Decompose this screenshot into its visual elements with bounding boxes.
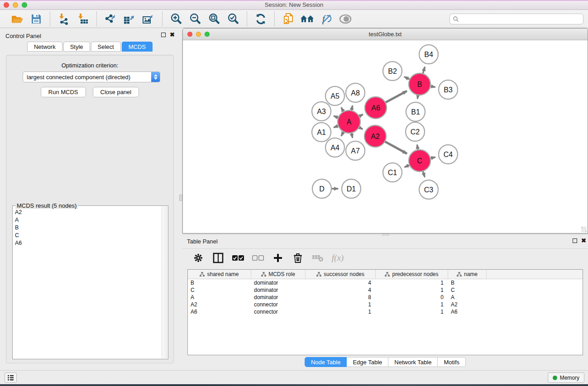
tab-network-table[interactable]: Network Table — [388, 357, 438, 367]
table-row[interactable]: Adominator80A — [188, 294, 583, 301]
column-header-predecessor-nodes[interactable]: predecessor nodes — [376, 270, 448, 279]
result-scrollbar[interactable] — [162, 206, 167, 358]
table-cell: 1 — [376, 279, 448, 286]
memory-button[interactable]: Memory — [548, 372, 584, 383]
result-item[interactable]: A2 — [13, 209, 162, 216]
import-network-button[interactable] — [56, 12, 72, 26]
graph-node-A3[interactable]: A3 — [312, 102, 331, 121]
graph-node-A1[interactable]: A1 — [312, 123, 331, 142]
table-cell: 1 — [376, 301, 448, 308]
graph-node-B[interactable]: B — [409, 73, 430, 95]
mcds-result-list[interactable]: A2ABCA6 — [13, 209, 162, 358]
graph-node-A7[interactable]: A7 — [346, 141, 365, 160]
float-panel-icon[interactable] — [161, 33, 166, 37]
control-panel-title: Control Panel — [5, 33, 41, 39]
network-canvas[interactable]: B4B2BB3A8A5A6A3B1AA1C2A2A4A7C4CC1DD1C3 — [183, 40, 588, 233]
graph-node-label: B — [417, 81, 422, 88]
table-cell: 1 — [306, 301, 376, 308]
float-table-panel-icon[interactable] — [573, 238, 577, 243]
select-all-checks-button[interactable] — [231, 251, 245, 265]
graph-edge-A6-B[interactable] — [384, 91, 406, 103]
graph-node-B4[interactable]: B4 — [419, 45, 438, 64]
splitter-handle-vertical[interactable] — [179, 195, 182, 201]
delete-table-button[interactable] — [311, 251, 325, 265]
graph-node-B1[interactable]: B1 — [406, 102, 425, 121]
result-item[interactable]: C — [13, 232, 162, 239]
table-cell: 8 — [306, 294, 376, 301]
zoom-fit-button[interactable] — [206, 12, 222, 26]
tab-motifs[interactable]: Motifs — [438, 357, 466, 367]
graph-node-C4[interactable]: C4 — [439, 145, 458, 164]
graph-node-B3[interactable]: B3 — [439, 80, 458, 99]
add-column-button[interactable] — [271, 251, 285, 265]
close-panel-button[interactable]: Close panel — [93, 87, 139, 97]
cybrowser-home-button[interactable] — [299, 12, 316, 26]
new-network-from-selection-button[interactable] — [280, 12, 296, 26]
graph-node-A8[interactable]: A8 — [346, 83, 365, 102]
delete-column-button[interactable] — [291, 251, 305, 265]
function-builder-button[interactable]: f(x) — [331, 251, 344, 265]
result-item[interactable]: A — [13, 216, 162, 224]
network-window-titlebar[interactable]: testGlobe.txt — [183, 29, 588, 40]
graph-node-label: A — [347, 118, 352, 126]
tab-style[interactable]: Style — [63, 42, 90, 52]
tab-node-table[interactable]: Node Table — [305, 357, 347, 367]
graph-node-C[interactable]: C — [409, 150, 430, 172]
result-item[interactable]: B — [13, 224, 162, 232]
tab-network[interactable]: Network — [27, 42, 62, 52]
table-row[interactable]: Cdominator41C — [188, 286, 583, 294]
graph-edge-A2-C[interactable] — [384, 141, 407, 154]
save-session-button[interactable] — [28, 12, 44, 26]
run-mcds-button[interactable]: Run MCDS — [41, 87, 86, 97]
graph-node-A2[interactable]: A2 — [364, 125, 386, 147]
graph-node-C1[interactable]: C1 — [383, 163, 402, 182]
table-cell: B — [188, 279, 251, 286]
import-table-icon — [77, 13, 89, 25]
graph-node-D1[interactable]: D1 — [342, 179, 361, 198]
column-header-label: successor nodes — [324, 271, 364, 277]
column-header-shared-name[interactable]: shared name — [188, 270, 251, 279]
column-hierarchy-icon — [200, 272, 205, 276]
result-item[interactable]: A6 — [13, 239, 162, 247]
search-input[interactable] — [459, 16, 583, 22]
graph-node-A4[interactable]: A4 — [325, 138, 344, 157]
tab-edge-table[interactable]: Edge Table — [347, 357, 388, 367]
zoom-out-button[interactable] — [187, 12, 203, 26]
export-network-button[interactable] — [102, 12, 119, 26]
task-history-button[interactable] — [5, 372, 17, 383]
graph-node-A[interactable]: A — [338, 110, 360, 133]
window-resize-grip[interactable] — [581, 227, 587, 232]
table-row[interactable]: Bdominator41B — [188, 279, 583, 286]
export-table-button[interactable] — [121, 12, 138, 26]
optimization-criterion-dropdown[interactable]: largest connected component (directed) — [23, 71, 160, 82]
table-row[interactable]: A6connector11A6 — [188, 308, 583, 315]
graph-node-B2[interactable]: B2 — [383, 62, 402, 81]
zoom-selected-button[interactable] — [225, 12, 241, 26]
table-row[interactable]: A2connector11A2 — [188, 301, 583, 308]
graph-node-C3[interactable]: C3 — [419, 180, 438, 199]
search-box[interactable] — [449, 14, 583, 24]
hide-flag-button[interactable]: f — [318, 12, 335, 26]
zoom-in-button[interactable] — [168, 12, 184, 26]
open-file-button[interactable] — [9, 12, 25, 26]
close-panel-icon[interactable]: ✖ — [170, 33, 175, 37]
column-header-successor-nodes[interactable]: successor nodes — [306, 270, 376, 279]
graph-node-C2[interactable]: C2 — [406, 122, 425, 141]
graph-node-D[interactable]: D — [312, 179, 331, 198]
deselect-all-checks-button[interactable] — [251, 251, 265, 265]
refresh-view-button[interactable] — [253, 12, 269, 26]
export-image-button[interactable] — [140, 12, 157, 26]
column-header-MCDS-role[interactable]: MCDS role — [251, 270, 306, 279]
column-hierarchy-icon — [385, 272, 390, 276]
show-graphics-details-button[interactable] — [337, 12, 354, 26]
graph-node-A6[interactable]: A6 — [365, 97, 387, 119]
tab-mcds[interactable]: MCDS — [122, 42, 153, 52]
column-header-name[interactable]: name — [448, 270, 487, 279]
column-panes-button[interactable] — [211, 251, 225, 265]
tab-select[interactable]: Select — [91, 42, 121, 52]
table-settings-button[interactable] — [191, 251, 205, 265]
close-table-panel-icon[interactable]: ✖ — [581, 238, 586, 243]
graph-node-A5[interactable]: A5 — [325, 86, 344, 105]
import-table-button[interactable] — [75, 12, 91, 26]
export-image-icon — [142, 13, 155, 25]
